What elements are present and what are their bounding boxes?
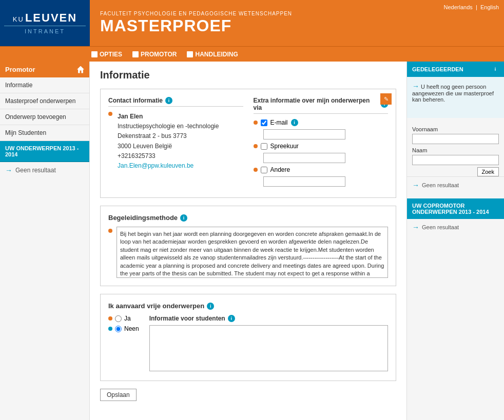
vrije-neen-radio[interactable] <box>115 326 122 332</box>
sidebar-item-informatie[interactable]: Informatie <box>0 77 89 93</box>
vrije-radio-group: Ja Neen <box>108 315 139 332</box>
sidebar-item-studenten[interactable]: Mijn Studenten <box>0 125 89 141</box>
right-panel: GEDELEGEERDEN i → U heeft nog geen perso… <box>406 62 504 420</box>
nav-opties[interactable]: OPTIES <box>91 51 122 58</box>
extra-email-field-group <box>263 129 389 139</box>
naam-input[interactable] <box>412 155 499 165</box>
vrije-content: Ja Neen Informatie voor studenten i <box>108 315 388 373</box>
gedelegeerden-header: GEDELEGEERDEN i <box>407 62 504 77</box>
sidebar: Promotor Informatie Masterproef onderwer… <box>0 62 90 420</box>
extra-spreekuur-dot <box>254 144 258 148</box>
extra-spreekuur-field-group <box>263 153 389 163</box>
sidebar-title: Promotor <box>5 66 35 73</box>
gedelegeerden-arrow: → <box>412 82 419 90</box>
arrow-icon-2: → <box>412 223 419 231</box>
gedelegeerden-form: Voornaam Naam Zoek <box>407 118 504 170</box>
begeleiding-block: Begeleidingsmethode i <box>100 206 396 286</box>
main-layout: Promotor Informatie Masterproef onderwer… <box>0 62 504 420</box>
extra-email-input[interactable] <box>263 129 345 139</box>
extra-section-title: Extra informatie over mijn onderwerpen v… <box>254 97 389 114</box>
extra-email-checkbox[interactable] <box>261 119 267 126</box>
copromotor-header: UW COPROMOTOR ONDERWERPEN 2013 - 2014 <box>407 198 504 219</box>
handleiding-icon <box>187 51 193 57</box>
sidebar-section-onderwerpen: UW ONDERWERPEN 2013 - 2014 <box>0 141 89 162</box>
vrije-info-icon[interactable]: i <box>207 303 214 310</box>
promotor-icon <box>132 51 139 57</box>
geen-resultaat-1: → Geen resultaat <box>407 176 504 193</box>
extra-andere-field-group <box>263 176 389 187</box>
sidebar-geen-resultaat: → Geen resultaat <box>0 162 89 178</box>
begeleiding-textarea-wrapper <box>108 227 388 278</box>
page-title: Informatie <box>100 69 396 81</box>
logo-area: KULEUVEN INTRANET <box>0 0 90 46</box>
info-card-inner: Contact informatie i Jan Elen Instructie… <box>108 97 388 190</box>
contact-city: 3000 Leuven België <box>118 142 219 151</box>
vrije-ja-dot <box>108 316 112 321</box>
students-info-section: Informatie voor studenten i <box>149 315 388 373</box>
nav-handleiding[interactable]: HANDLEIDING <box>187 51 238 58</box>
extra-andere-dot <box>254 168 258 172</box>
contact-dept: Instructiepsychologie en -technologie <box>118 122 219 131</box>
navbar: OPTIES PROMOTOR HANDLEIDING <box>0 46 504 62</box>
extra-andere-label: Andere <box>270 166 290 173</box>
lang-area: Nederlands | English <box>444 4 499 10</box>
extra-andere-checkbox[interactable] <box>261 167 267 173</box>
sidebar-header: Promotor <box>0 62 89 77</box>
vrije-neen-label: Neen <box>124 325 139 332</box>
students-textarea-wrapper <box>149 325 388 373</box>
vrije-ja-radio[interactable] <box>115 315 122 322</box>
gedelegeerden-title: GEDELEGEERDEN <box>412 66 463 72</box>
sidebar-item-onderwerp[interactable]: Onderwerp toevoegen <box>0 109 89 125</box>
extra-email-row: E-mail i <box>254 119 389 126</box>
contact-details: Jan Elen Instructiepsychologie en -techn… <box>118 112 219 171</box>
home-icon[interactable] <box>77 66 84 73</box>
header-title-area: FACULTEIT PSYCHOLOGIE EN PEDAGOGISCHE WE… <box>90 0 504 46</box>
vrije-section: Ik aanvaard vrije onderwerpen i Ja Neen <box>100 294 396 381</box>
contact-info-icon[interactable]: i <box>165 97 172 104</box>
options-icon <box>91 51 98 57</box>
logo-intranet: INTRANET <box>4 26 86 34</box>
lang-separator: | <box>476 4 477 10</box>
lang-nl-link[interactable]: Nederlands <box>444 4 473 10</box>
begeleiding-dot <box>108 229 112 233</box>
contact-extra-card: ✎ Contact informatie i Jan Elen Instruct… <box>100 89 396 198</box>
save-button[interactable]: Opslaan <box>100 389 137 401</box>
extra-email-label: E-mail <box>270 119 288 126</box>
gedelegeerden-info-icon[interactable]: i <box>492 66 499 73</box>
extra-spreekuur-checkbox[interactable] <box>261 143 267 150</box>
contact-email-link[interactable]: Jan.Elen@ppw.kuleuven.be <box>118 162 193 169</box>
content-area: Informatie ✎ Contact informatie i Jan El… <box>90 62 406 420</box>
voornaam-input[interactable] <box>412 134 499 144</box>
students-info-icon[interactable]: i <box>228 315 235 322</box>
extra-email-dot <box>254 121 258 125</box>
extra-spreekuur-label: Spreekuur <box>270 143 299 150</box>
main-title: MASTERPROEF <box>100 16 504 35</box>
extra-spreekuur-row: Spreekuur <box>254 143 389 150</box>
arrow-icon-1: → <box>412 181 419 189</box>
gedelegeerden-content: → U heeft nog geen persoon aangewezen di… <box>407 77 504 118</box>
extra-andere-input[interactable] <box>263 176 345 187</box>
contact-section: Contact informatie i Jan Elen Instructie… <box>108 97 243 190</box>
vrije-ja-label: Ja <box>124 315 131 322</box>
arrow-icon: → <box>5 166 12 174</box>
contact-info: Jan Elen Instructiepsychologie en -techn… <box>108 112 243 171</box>
naam-label: Naam <box>412 147 499 153</box>
begeleiding-textarea[interactable] <box>117 227 388 278</box>
nav-promotor[interactable]: PROMOTOR <box>132 51 177 58</box>
contact-phone: +3216325733 <box>118 151 219 161</box>
copromotor-section: UW COPROMOTOR ONDERWERPEN 2013 - 2014 → … <box>407 198 504 235</box>
vrije-neen-dot <box>108 327 112 331</box>
logo-ku: KULEUVEN <box>13 12 77 24</box>
extra-email-info-icon[interactable]: i <box>291 119 298 126</box>
begeleiding-info-icon[interactable]: i <box>180 214 187 222</box>
gedelegeerden-text: U heeft nog geen persoon aangewezen die … <box>412 84 494 103</box>
students-textarea[interactable] <box>149 325 388 371</box>
lang-en-link[interactable]: English <box>480 4 499 10</box>
contact-name: Jan Elen <box>118 113 143 120</box>
sidebar-item-masterproef[interactable]: Masterproef onderwerpen <box>0 93 89 109</box>
edit-icon[interactable]: ✎ <box>380 93 392 105</box>
contact-section-title: Contact informatie i <box>108 97 243 107</box>
zoek-button[interactable]: Zoek <box>477 167 499 176</box>
begeleiding-title: Begeleidingsmethode i <box>108 214 388 222</box>
extra-spreekuur-input[interactable] <box>263 153 345 163</box>
